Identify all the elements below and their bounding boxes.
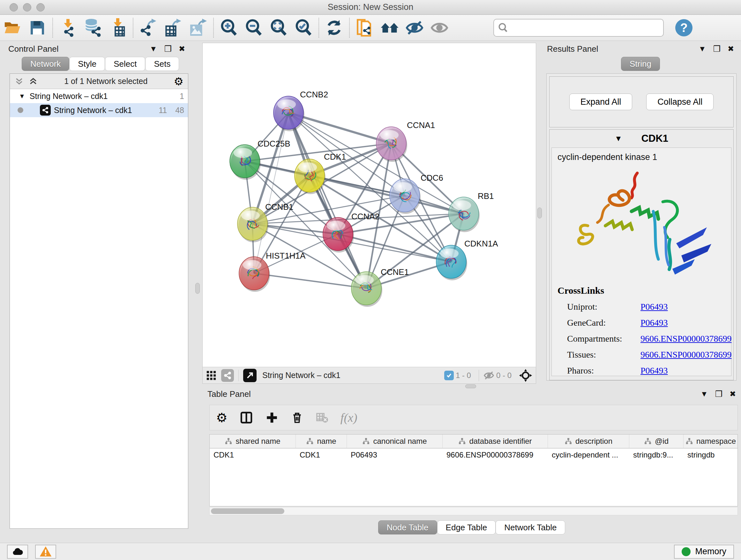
import-table-button[interactable] <box>105 17 130 39</box>
crosslink-link[interactable]: P06493 <box>641 318 668 328</box>
network-edge[interactable] <box>288 113 366 288</box>
column-header-description[interactable]: description <box>548 435 629 448</box>
zoom-fit-button[interactable] <box>266 17 291 39</box>
open-in-window-icon[interactable] <box>243 369 257 382</box>
node-table[interactable]: shared namenamecanonical namedatabase id… <box>209 434 738 506</box>
export-image-button[interactable] <box>186 17 211 39</box>
network-node-cdc25b[interactable] <box>230 145 261 180</box>
crosslink-link[interactable]: P06493 <box>641 302 668 312</box>
show-all-button[interactable] <box>427 17 452 39</box>
tab-sets[interactable]: Sets <box>145 57 179 71</box>
right-splitter-grip[interactable] <box>537 207 542 219</box>
column-header-database-identifier[interactable]: database identifier <box>443 435 548 448</box>
table-horizontal-scrollbar[interactable] <box>209 507 738 515</box>
panel-menu-icon[interactable]: ▼ <box>150 44 157 53</box>
float-panel-icon[interactable]: ❒ <box>715 389 723 399</box>
tab-style[interactable]: Style <box>69 57 105 71</box>
section-collapse-icon[interactable]: ▼ <box>615 134 622 143</box>
zoom-out-button[interactable] <box>241 17 266 39</box>
table-cell[interactable]: stringdb:9... <box>629 449 684 462</box>
network-node-ccne1[interactable] <box>351 272 382 307</box>
import-network-file-button[interactable] <box>56 17 80 39</box>
crosshair-icon[interactable] <box>519 368 533 382</box>
network-node-cdc6[interactable] <box>390 179 421 214</box>
table-cell[interactable]: CDK1 <box>210 449 296 462</box>
tab-network-table[interactable]: Network Table <box>495 520 565 535</box>
table-options-gear-icon[interactable]: ⚙ <box>216 410 227 425</box>
panel-menu-icon[interactable]: ▼ <box>698 44 706 53</box>
delete-column-trash-icon[interactable] <box>291 411 304 424</box>
warning-button[interactable] <box>35 545 56 559</box>
zoom-in-button[interactable] <box>216 17 241 39</box>
scrollbar-thumb[interactable] <box>211 508 284 514</box>
tab-string[interactable]: String <box>621 57 660 71</box>
network-node-cdk1[interactable] <box>294 159 326 194</box>
hidden-eye-icon[interactable] <box>483 370 494 381</box>
new-network-from-selection-button[interactable] <box>352 17 377 39</box>
crosslink-link[interactable]: 9606.ENSP00000378699 <box>641 334 731 344</box>
panel-menu-icon[interactable]: ▼ <box>700 389 708 398</box>
refresh-button[interactable] <box>322 17 347 39</box>
network-node-ccnb2[interactable] <box>273 96 305 131</box>
column-header--id[interactable]: @id <box>629 435 684 448</box>
gear-icon[interactable]: ⚙ <box>174 75 184 88</box>
cloud-status-button[interactable] <box>7 545 28 559</box>
hide-selected-button[interactable] <box>402 17 427 39</box>
help-button[interactable]: ? <box>675 19 692 37</box>
network-edge[interactable] <box>254 273 366 288</box>
network-edge[interactable] <box>254 113 288 273</box>
memory-button[interactable]: Memory <box>674 545 734 559</box>
table-cell[interactable]: P06493 <box>347 449 443 462</box>
tab-edge-table[interactable]: Edge Table <box>437 520 496 535</box>
float-panel-icon[interactable]: ❒ <box>164 44 172 54</box>
network-node-ccnb1[interactable] <box>238 207 268 242</box>
close-panel-icon[interactable]: ✖ <box>728 44 734 53</box>
collapse-triangle-icon[interactable]: ▼ <box>19 92 25 100</box>
table-cell[interactable]: 9606.ENSP00000378699 <box>443 449 548 462</box>
network-share-icon[interactable] <box>221 369 234 382</box>
close-panel-icon[interactable]: ✖ <box>179 44 185 53</box>
selected-checkbox-icon[interactable] <box>444 371 454 380</box>
column-header-name[interactable]: name <box>296 435 347 448</box>
tab-network[interactable]: Network <box>22 57 69 71</box>
column-header-namespace[interactable]: namespace <box>684 435 738 448</box>
add-column-icon[interactable] <box>265 411 279 424</box>
network-node-cdkn1a[interactable] <box>436 245 467 280</box>
export-network-button[interactable] <box>136 17 161 39</box>
zoom-selected-button[interactable] <box>291 17 316 39</box>
minimize-window-button[interactable] <box>23 3 31 11</box>
float-panel-icon[interactable]: ❒ <box>713 44 721 54</box>
collapse-all-icon[interactable] <box>28 77 38 86</box>
table-row[interactable]: CDK1CDK1P064939606.ENSP00000378699cyclin… <box>210 449 738 462</box>
zoom-window-button[interactable] <box>37 3 45 11</box>
crosslink-link[interactable]: P06493 <box>641 366 668 376</box>
crosslink-link[interactable]: 9606.ENSP00000378699 <box>641 350 731 360</box>
left-splitter-grip[interactable] <box>195 283 200 294</box>
tab-node-table[interactable]: Node Table <box>378 520 437 535</box>
expand-all-button[interactable]: Expand All <box>569 94 632 110</box>
search-input[interactable] <box>508 23 655 33</box>
save-session-button[interactable] <box>25 17 50 39</box>
import-network-database-button[interactable] <box>80 17 105 39</box>
tab-select[interactable]: Select <box>105 57 145 71</box>
export-table-button[interactable] <box>161 17 186 39</box>
network-row[interactable]: String Network – cdk1 11 48 <box>10 103 188 117</box>
expand-all-icon[interactable] <box>14 77 24 86</box>
collapse-all-button[interactable]: Collapse All <box>646 94 714 110</box>
network-collection-row[interactable]: ▼ String Network – cdk1 1 <box>10 89 188 103</box>
network-canvas[interactable]: CCNB2CCNA1CDC25BCDK1CDC6RB1CCNB1CCNA2CDK… <box>203 43 536 367</box>
birdseye-grid-icon[interactable] <box>206 370 217 381</box>
column-header-canonical-name[interactable]: canonical name <box>347 435 443 448</box>
network-node-rb1[interactable] <box>449 197 480 232</box>
close-window-button[interactable] <box>10 3 18 11</box>
show-columns-icon[interactable] <box>240 411 253 424</box>
first-neighbors-button[interactable] <box>377 17 402 39</box>
network-node-hist1h1a[interactable] <box>239 257 270 292</box>
close-panel-icon[interactable]: ✖ <box>730 389 736 398</box>
table-cell[interactable]: stringdb <box>684 449 738 462</box>
table-cell[interactable]: CDK1 <box>296 449 347 462</box>
network-node-ccna1[interactable] <box>376 127 407 162</box>
table-cell[interactable]: cyclin-dependent ... <box>548 449 629 462</box>
column-header-shared-name[interactable]: shared name <box>210 435 296 448</box>
open-session-button[interactable] <box>0 17 25 39</box>
